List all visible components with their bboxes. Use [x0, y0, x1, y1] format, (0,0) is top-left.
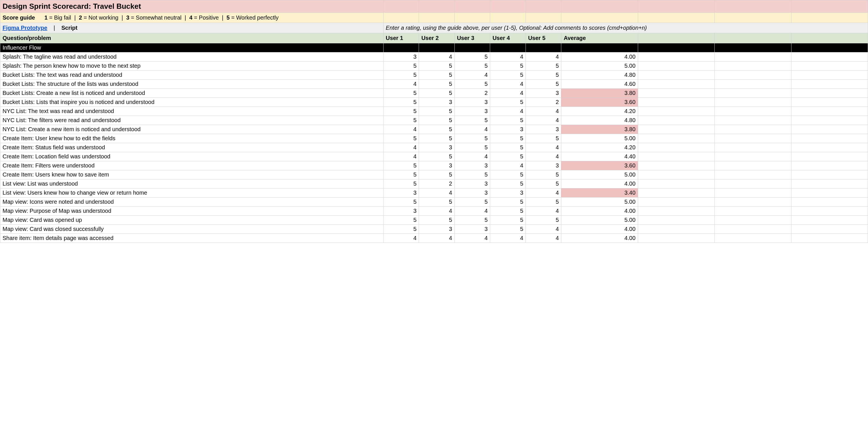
question-cell[interactable]: Create Item: Users knew how to save item [0, 170, 383, 179]
empty-cell[interactable] [715, 107, 791, 116]
score-cell[interactable]: 3 [383, 53, 419, 62]
question-cell[interactable]: NYC List: The text was read and understo… [0, 107, 383, 116]
question-cell[interactable]: Map view: Card was opened up [0, 216, 383, 225]
score-cell[interactable]: 5 [490, 197, 526, 206]
score-cell[interactable]: 5 [419, 152, 455, 161]
scorecard-table[interactable]: Design Sprint Scorecard: Travel BucketSc… [0, 0, 868, 243]
empty-cell[interactable] [715, 225, 791, 234]
score-cell[interactable]: 3 [526, 89, 561, 98]
empty-cell[interactable] [638, 79, 714, 89]
score-cell[interactable]: 5 [490, 152, 526, 161]
empty-cell[interactable] [791, 206, 868, 216]
average-cell[interactable]: 4.00 [561, 53, 638, 62]
question-cell[interactable]: Create Item: Filters were understood [0, 161, 383, 170]
score-cell[interactable]: 5 [455, 170, 490, 179]
empty-cell[interactable] [715, 188, 791, 197]
score-cell[interactable]: 4 [526, 225, 561, 234]
score-cell[interactable]: 5 [419, 134, 455, 143]
score-cell[interactable]: 5 [490, 134, 526, 143]
empty-cell[interactable] [791, 188, 868, 197]
score-cell[interactable]: 5 [383, 179, 419, 188]
empty-cell[interactable] [791, 62, 868, 70]
score-cell[interactable]: 5 [490, 179, 526, 188]
empty-cell[interactable] [791, 161, 868, 170]
empty-cell[interactable] [638, 53, 714, 62]
score-cell[interactable]: 3 [490, 125, 526, 134]
empty-cell[interactable] [715, 134, 791, 143]
empty-cell[interactable] [791, 234, 868, 243]
score-cell[interactable]: 4 [383, 143, 419, 152]
score-cell[interactable]: 4 [526, 107, 561, 116]
score-cell[interactable]: 4 [455, 125, 490, 134]
score-cell[interactable]: 4 [490, 79, 526, 89]
score-cell[interactable]: 4 [455, 206, 490, 216]
empty-cell[interactable] [638, 89, 714, 98]
question-cell[interactable]: Map view: Purpose of Map was understood [0, 206, 383, 216]
question-cell[interactable]: Bucket Lists: Create a new list is notic… [0, 89, 383, 98]
empty-cell[interactable] [638, 179, 714, 188]
empty-cell[interactable] [791, 125, 868, 134]
empty-cell[interactable] [791, 53, 868, 62]
score-cell[interactable]: 4 [383, 125, 419, 134]
score-cell[interactable]: 5 [383, 116, 419, 125]
average-cell[interactable]: 3.80 [561, 125, 638, 134]
score-cell[interactable]: 5 [383, 161, 419, 170]
score-cell[interactable]: 3 [383, 188, 419, 197]
score-cell[interactable]: 4 [419, 53, 455, 62]
score-cell[interactable]: 5 [455, 79, 490, 89]
score-cell[interactable]: 5 [455, 216, 490, 225]
score-cell[interactable]: 5 [419, 116, 455, 125]
score-cell[interactable]: 3 [455, 225, 490, 234]
score-cell[interactable]: 2 [455, 89, 490, 98]
question-cell[interactable]: NYC List: The filters were read and unde… [0, 116, 383, 125]
score-cell[interactable]: 5 [383, 225, 419, 234]
score-cell[interactable]: 5 [383, 197, 419, 206]
empty-cell[interactable] [638, 216, 714, 225]
question-cell[interactable]: List view: Users knew how to change view… [0, 188, 383, 197]
score-cell[interactable]: 5 [490, 143, 526, 152]
score-cell[interactable]: 4 [526, 116, 561, 125]
average-cell[interactable]: 4.80 [561, 116, 638, 125]
score-cell[interactable]: 5 [490, 116, 526, 125]
score-cell[interactable]: 5 [455, 62, 490, 70]
empty-cell[interactable] [791, 179, 868, 188]
average-cell[interactable]: 4.00 [561, 179, 638, 188]
score-cell[interactable]: 4 [419, 206, 455, 216]
average-cell[interactable]: 4.60 [561, 79, 638, 89]
average-cell[interactable]: 3.80 [561, 89, 638, 98]
figma-prototype-link[interactable]: Figma Prototype [3, 25, 47, 31]
score-cell[interactable]: 4 [419, 234, 455, 243]
average-cell[interactable]: 4.80 [561, 70, 638, 79]
score-cell[interactable]: 4 [526, 188, 561, 197]
empty-cell[interactable] [638, 152, 714, 161]
score-cell[interactable]: 3 [455, 179, 490, 188]
empty-cell[interactable] [638, 125, 714, 134]
score-cell[interactable]: 4 [526, 206, 561, 216]
question-cell[interactable]: Splash: The tagline was read and underst… [0, 53, 383, 62]
question-cell[interactable]: NYC List: Create a new item is noticed a… [0, 125, 383, 134]
empty-cell[interactable] [638, 134, 714, 143]
question-cell[interactable]: Map view: Card was closed successfully [0, 225, 383, 234]
score-cell[interactable]: 4 [490, 89, 526, 98]
empty-cell[interactable] [715, 206, 791, 216]
average-cell[interactable]: 5.00 [561, 62, 638, 70]
score-cell[interactable]: 3 [526, 125, 561, 134]
score-cell[interactable]: 5 [419, 70, 455, 79]
score-cell[interactable]: 2 [419, 179, 455, 188]
score-cell[interactable]: 5 [526, 216, 561, 225]
score-cell[interactable]: 4 [526, 152, 561, 161]
score-cell[interactable]: 3 [419, 161, 455, 170]
empty-cell[interactable] [791, 143, 868, 152]
score-cell[interactable]: 5 [490, 170, 526, 179]
score-cell[interactable]: 5 [526, 79, 561, 89]
score-cell[interactable]: 5 [383, 107, 419, 116]
score-cell[interactable]: 5 [455, 134, 490, 143]
score-cell[interactable]: 5 [383, 134, 419, 143]
average-cell[interactable]: 5.00 [561, 170, 638, 179]
empty-cell[interactable] [791, 98, 868, 107]
empty-cell[interactable] [791, 152, 868, 161]
average-cell[interactable]: 3.60 [561, 161, 638, 170]
empty-cell[interactable] [791, 70, 868, 79]
average-cell[interactable]: 3.60 [561, 98, 638, 107]
empty-cell[interactable] [791, 107, 868, 116]
